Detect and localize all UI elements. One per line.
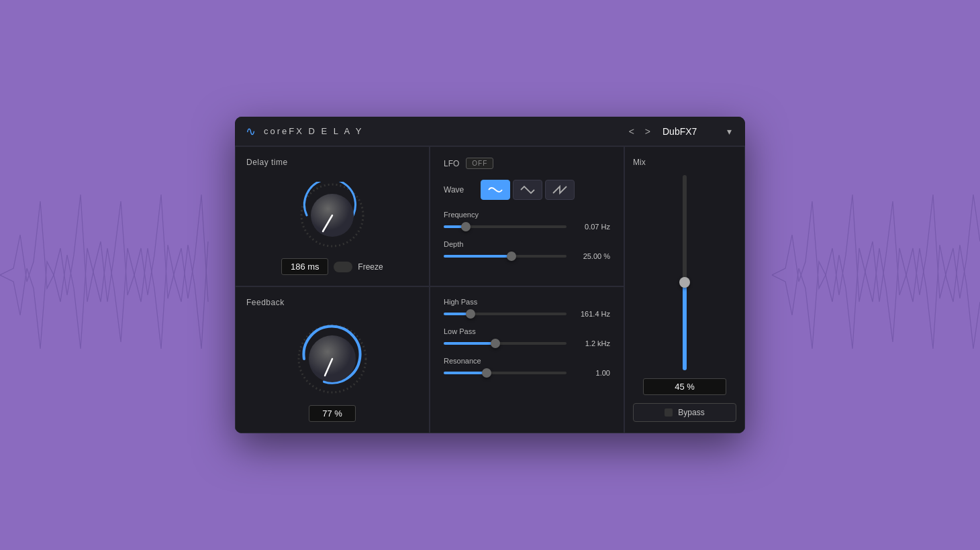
bypass-button[interactable]: Bypass xyxy=(633,403,736,422)
lfo-title: LFO xyxy=(444,159,459,168)
low-pass-row: Low Pass 1.2 kHz xyxy=(444,327,610,347)
plugin-body: Delay time xyxy=(235,146,745,433)
frequency-slider[interactable] xyxy=(444,225,567,228)
triangle-wave-icon xyxy=(520,184,536,195)
low-pass-slider[interactable] xyxy=(444,342,567,345)
low-pass-thumb[interactable] xyxy=(491,339,500,348)
low-pass-control: 1.2 kHz xyxy=(444,339,610,347)
feedback-knob-container: 77 % xyxy=(295,322,369,422)
delay-knob-arc-svg xyxy=(299,182,366,249)
mix-slider-container xyxy=(633,175,736,370)
wave-triangle-button[interactable] xyxy=(513,180,542,200)
high-pass-control: 161.4 Hz xyxy=(444,310,610,318)
wave-buttons xyxy=(481,180,575,200)
wave-sawtooth-button[interactable] xyxy=(545,180,575,200)
logo-icon: ∿ xyxy=(246,124,256,139)
delay-time-section: Delay time xyxy=(235,146,430,286)
frequency-thumb[interactable] xyxy=(461,222,471,231)
depth-slider[interactable] xyxy=(444,255,567,258)
lfo-status-badge[interactable]: OFF xyxy=(466,158,493,169)
mix-title: Mix xyxy=(633,158,646,167)
frequency-label: Frequency xyxy=(444,211,610,219)
freeze-toggle[interactable] xyxy=(334,262,352,272)
depth-label: Depth xyxy=(444,240,610,248)
low-pass-label: Low Pass xyxy=(444,327,610,335)
depth-control: 25.00 % xyxy=(444,252,610,260)
wave-selector: Wave xyxy=(444,180,610,200)
high-pass-label: High Pass xyxy=(444,298,610,306)
delay-value-display[interactable]: 186 ms xyxy=(281,258,328,275)
low-pass-fill xyxy=(444,342,495,345)
mix-vertical-slider[interactable] xyxy=(683,175,687,370)
feedback-knob-arc-svg xyxy=(295,322,369,396)
nav-prev-button[interactable]: < xyxy=(625,123,638,140)
feedback-title: Feedback xyxy=(246,298,285,307)
plugin-header: ∿ coreFX D E L A Y < > DubFX7 ▾ xyxy=(235,117,745,146)
resonance-fill xyxy=(444,372,487,374)
freeze-label: Freeze xyxy=(358,262,383,272)
feedback-value-display[interactable]: 77 % xyxy=(309,405,356,422)
frequency-control: 0.07 Hz xyxy=(444,223,610,231)
freeze-control: 186 ms Freeze xyxy=(281,258,383,275)
resonance-label: Resonance xyxy=(444,357,610,365)
high-pass-slider[interactable] xyxy=(444,313,567,315)
nav-next-button[interactable]: > xyxy=(641,123,654,140)
filter-section: High Pass 161.4 Hz Low Pass xyxy=(430,286,624,433)
wave-label: Wave xyxy=(444,185,474,195)
high-pass-row: High Pass 161.4 Hz xyxy=(444,298,610,318)
plugin-title: coreFX D E L A Y xyxy=(264,126,363,136)
feedback-section: Feedback xyxy=(235,286,430,433)
depth-thumb[interactable] xyxy=(507,252,516,261)
resonance-thumb[interactable] xyxy=(482,368,491,378)
mix-fill xyxy=(683,282,687,370)
high-pass-value: 161.4 Hz xyxy=(573,310,610,318)
bypass-label: Bypass xyxy=(678,408,704,417)
high-pass-thumb[interactable] xyxy=(466,309,475,319)
lfo-section: LFO OFF Wave xyxy=(430,146,624,286)
depth-value: 25.00 % xyxy=(573,252,610,260)
lfo-header: LFO OFF xyxy=(444,158,610,169)
resonance-row: Resonance 1.00 xyxy=(444,357,610,377)
depth-fill xyxy=(444,255,511,258)
low-pass-value: 1.2 kHz xyxy=(573,339,610,347)
resonance-control: 1.00 xyxy=(444,369,610,377)
mix-value-display[interactable]: 45 % xyxy=(643,378,726,395)
frequency-row: Frequency 0.07 Hz xyxy=(444,211,610,231)
resonance-value: 1.00 xyxy=(573,369,610,377)
feedback-knob-wrapper[interactable] xyxy=(295,322,369,396)
preset-dropdown-button[interactable]: ▾ xyxy=(724,123,734,140)
delay-knob-container: 186 ms Freeze xyxy=(281,182,383,275)
mix-thumb[interactable] xyxy=(679,277,690,288)
plugin-window: ∿ coreFX D E L A Y < > DubFX7 ▾ Delay ti… xyxy=(235,117,745,433)
nav-buttons: < > xyxy=(625,123,654,140)
sawtooth-wave-icon xyxy=(552,184,568,195)
resonance-slider[interactable] xyxy=(444,372,567,374)
frequency-value: 0.07 Hz xyxy=(573,223,610,231)
depth-row: Depth 25.00 % xyxy=(444,240,610,260)
bypass-indicator xyxy=(665,408,673,417)
wave-sine-button[interactable] xyxy=(481,180,510,200)
sine-wave-icon xyxy=(487,184,503,195)
delay-time-title: Delay time xyxy=(246,158,288,167)
delay-knob-wrapper[interactable] xyxy=(299,182,366,249)
mix-section: Mix 45 % Bypass xyxy=(624,146,745,433)
preset-name: DubFX7 xyxy=(663,126,716,137)
